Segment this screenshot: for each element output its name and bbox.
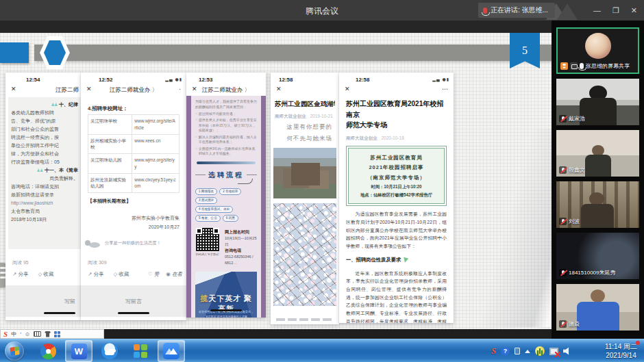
phone-clock: 12:58 [279, 77, 293, 83]
notification-dot [636, 341, 640, 345]
gradient-divider [197, 161, 256, 164]
article-header: ✕ 江苏二师就业办 〉 [186, 85, 266, 95]
status-icons: ▂▄ ●▮ [432, 77, 449, 81]
toolbox-icon[interactable] [54, 331, 60, 337]
document-tray-icon[interactable] [515, 348, 520, 354]
phone-clock: 12:52 [99, 77, 112, 83]
taskbar-app-grid[interactable] [127, 340, 154, 362]
more-icon: · [179, 86, 181, 92]
cat-illustration [85, 239, 103, 248]
punctuation-icon[interactable]: ’ [20, 331, 21, 337]
cherry-blossom-photo [273, 203, 336, 306]
page-number-ribbon: 5 [510, 33, 540, 68]
registration-details: 网上报名时间 10月19日—10月25日 咨询电话 0512-68250346 … [225, 228, 257, 266]
school-url: www.wjmz.org/site/yy [132, 154, 179, 173]
registration-info: 扫码进入“E才面试” 网上报名时间 10月19日—10月25日 咨询电话 051… [195, 228, 257, 266]
qr-block: 扫码进入“E才面试” [195, 228, 220, 256]
article-line: 行设监督举报电话：05 [11, 158, 78, 166]
clock-time: 11:14 周二 [605, 342, 637, 351]
volume-icon[interactable] [563, 347, 572, 355]
notice-paragraph: 近年来，园区教育系统积极顺应人事制度改革，率先实行以企业化管理身份招录教师，采用… [346, 270, 447, 323]
help-tray-icon[interactable]: ? [501, 347, 510, 356]
slide-header-bar [34, 44, 552, 61]
tel-label: 咨询电话 [225, 248, 257, 255]
like-wow-actions: ♡ 赞 ◉ 在看 [148, 271, 182, 278]
page-curl-shadow [452, 129, 552, 327]
article-header: ✕ 江苏二师 [5, 85, 81, 95]
participant-tile[interactable]: 1841510009朱延秀 [556, 233, 639, 279]
screen-share-icon [570, 62, 578, 70]
phone-clock: 12:53 [199, 77, 212, 83]
favorite-action: ◇ 收藏 [113, 271, 129, 278]
participants-panel: 张思维的屏幕共享 戴家浩 殷鑫文 刘波 184 [552, 21, 644, 339]
browser-icon [101, 343, 118, 359]
windows-taskbar: W S ? 11:14 周二 2021/9/14 [0, 339, 644, 362]
show-hidden-icons[interactable] [525, 350, 530, 353]
participant-tile-screen-share[interactable]: 张思维的屏幕共享 [556, 27, 639, 74]
participant-name: 戴家浩 [569, 115, 585, 122]
sogou-ime-icon[interactable]: S [3, 330, 8, 338]
school-name: 吴江明珠幼儿园 [88, 154, 132, 173]
signature-date: 2020年10月27 [88, 222, 179, 231]
network-disconnected-icon[interactable] [549, 348, 558, 355]
wps-icon: W [71, 344, 87, 359]
emoji-icon[interactable]: ☺ [25, 331, 30, 337]
microphone-icon [483, 8, 487, 14]
benefit-item: 超过同城平均薪资待遇； [195, 112, 257, 117]
account-title: 江苏二师就业办 〉 [93, 86, 174, 94]
share-action: ↗ 分享 [12, 271, 28, 278]
participant-tile[interactable]: 刘波 [556, 181, 639, 228]
qr-caption: 扫码进入“E才面试” [195, 253, 220, 256]
wow-action: ◉ 在看 [166, 271, 182, 278]
keyboard-icon[interactable] [34, 331, 41, 337]
app-grid-icon [134, 344, 147, 358]
minimize-button[interactable]: — [593, 6, 601, 14]
article-line: 各类幼儿园教师招聘 [11, 109, 78, 117]
mic-muted-icon [559, 269, 567, 276]
taskbar-browser[interactable] [96, 340, 123, 362]
apply-time-value: 10月19日—10月25日 [225, 236, 256, 246]
thumb-up-icon: ♡ [148, 271, 153, 277]
mic-muted-icon [559, 218, 567, 225]
lead-line: 何不先与她来场 [277, 135, 332, 143]
lead-line: 这里有你想要的 [277, 123, 332, 131]
taskbar-clock[interactable]: 11:14 周二 2021/9/14 [605, 342, 637, 360]
chinese-mode-icon[interactable]: 中 [11, 331, 16, 338]
article-line: 局负责解释。 [11, 174, 78, 183]
section-heading: 十一、本《简章 [11, 166, 78, 174]
skin-icon[interactable] [45, 331, 51, 337]
taskbar-wps-office[interactable]: W [65, 340, 92, 362]
article-line: 太仓市教育局 [11, 207, 78, 216]
antivirus-shield-icon[interactable] [535, 346, 545, 356]
taskbar-tencent-meeting[interactable] [158, 340, 185, 362]
section-icon [37, 168, 43, 172]
favorite-action: ◇ 收藏 [38, 271, 53, 278]
participant-tile[interactable]: 戴家浩 [556, 79, 639, 125]
slide-header-accent [0, 42, 29, 63]
article-title: 苏州工业园区金鸡湖学 [275, 100, 335, 109]
school-url: www.clxcyey.51yey.com [132, 174, 179, 193]
read-count: 阅读 95 [12, 259, 29, 266]
read-count: 阅读 309 [88, 259, 107, 266]
start-button[interactable] [5, 341, 24, 361]
benefit-item: 提供各类人才补贴，优秀毕业生享受安家补贴（本科15万/人、硕士30万/人，按期发… [195, 118, 257, 133]
mic-on-icon [580, 63, 584, 69]
validity-note: 【本招聘长期有效】 [88, 198, 179, 205]
participant-name: 1841510009朱延秀 [569, 269, 616, 276]
step-pill: 2 资格初审 [219, 188, 241, 195]
ime-toolbar[interactable]: S 中 ’ ☺ [0, 329, 104, 339]
participant-tile[interactable]: 殷鑫文 [556, 130, 639, 177]
sogou-tray-icon[interactable]: S [491, 346, 496, 357]
article-actions: ↗ 分享 ◇ 收藏 [88, 271, 129, 278]
close-icon: ✕ [192, 86, 197, 92]
share-icon: ↗ [12, 271, 16, 277]
publish-date: 2019-10-21 [310, 114, 333, 118]
maximize-button[interactable]: ❐ [612, 6, 619, 15]
participant-tile[interactable]: 施焱 [556, 284, 639, 331]
school-url: www.wjmz.org/site/Article [132, 115, 179, 134]
close-icon: ✕ [11, 86, 16, 92]
close-button[interactable]: ✕ [631, 6, 637, 15]
taskbar-sogou-browser[interactable] [34, 340, 62, 362]
benefit-item: 解决人员编制问题及福利待遇，纳入全市优秀教师培养体系； [195, 135, 257, 145]
participant-name: 施焱 [569, 320, 580, 328]
